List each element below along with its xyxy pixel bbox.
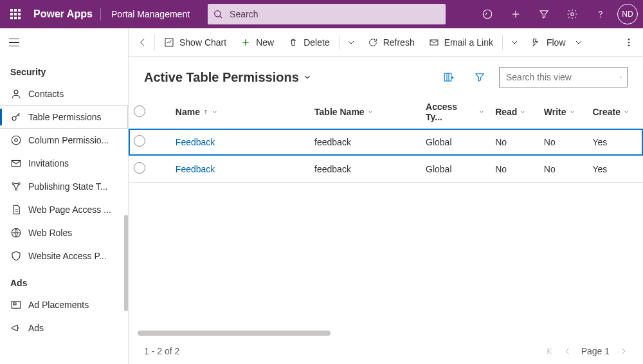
view-title-text: Active Table Permissions <box>144 70 299 85</box>
svg-point-5 <box>571 13 574 16</box>
data-grid: Name Table Name Access Ty... Read Write … <box>129 95 643 328</box>
user-avatar[interactable]: ND <box>617 4 638 24</box>
sidebar-group-title: Ads <box>0 268 128 293</box>
cell-table: feedback <box>309 156 421 183</box>
sidebar-item-website-access-p-[interactable]: Website Access P... <box>0 244 128 268</box>
filter-button[interactable] <box>530 0 558 28</box>
refresh-button[interactable]: Refresh <box>361 30 421 55</box>
global-search-input[interactable] <box>228 8 440 20</box>
cell-name[interactable]: Feedback <box>170 156 309 183</box>
search-icon <box>213 9 223 19</box>
chevron-down-icon <box>520 109 526 115</box>
col-create[interactable]: Create <box>587 95 643 129</box>
view-search[interactable] <box>499 67 628 87</box>
row-select[interactable] <box>129 129 170 156</box>
sidebar-item-column-permissio-[interactable]: Column Permissio... <box>0 129 128 152</box>
back-button[interactable] <box>134 30 152 55</box>
col-write[interactable]: Write <box>539 95 588 129</box>
table-row[interactable]: FeedbackfeedbackGlobalNoNoYes <box>129 156 643 183</box>
cell-create: Yes <box>587 129 643 156</box>
settings-button[interactable] <box>558 0 586 28</box>
delete-button[interactable]: Delete <box>282 30 336 55</box>
sidebar-item-web-roles[interactable]: Web Roles <box>0 221 128 244</box>
sidebar: SecurityContactsTable PermissionsColumn … <box>0 28 129 364</box>
assistant-button[interactable] <box>473 0 502 28</box>
cell-create: Yes <box>587 156 643 183</box>
brand-name[interactable]: Power Apps <box>31 8 100 20</box>
sidebar-scrollbar[interactable] <box>124 215 128 311</box>
main-area: SecurityContactsTable PermissionsColumn … <box>0 28 643 364</box>
view-header: Active Table Permissions <box>129 57 643 95</box>
edit-columns-button[interactable] <box>437 66 460 89</box>
email-split[interactable] <box>505 30 523 55</box>
overflow-button[interactable] <box>620 30 638 55</box>
delete-split[interactable] <box>342 30 360 55</box>
select-all-header[interactable] <box>129 95 170 129</box>
view-filter-button[interactable] <box>468 66 491 89</box>
waffle-icon <box>10 9 21 19</box>
app-name[interactable]: Portal Management <box>101 9 200 19</box>
svg-point-23 <box>628 42 629 43</box>
svg-point-12 <box>12 183 14 185</box>
flow-button[interactable]: Flow <box>525 30 590 55</box>
cell-name[interactable]: Feedback <box>170 129 309 156</box>
sidebar-item-contacts[interactable]: Contacts <box>0 82 128 105</box>
view-selector[interactable]: Active Table Permissions <box>144 70 312 85</box>
chevron-down-icon <box>212 109 218 115</box>
svg-point-10 <box>12 136 21 145</box>
help-button[interactable] <box>586 0 615 28</box>
svg-rect-21 <box>430 40 438 45</box>
sidebar-item-ad-placements[interactable]: Ad Placements <box>0 293 128 316</box>
next-page-button[interactable] <box>619 347 628 356</box>
chevron-down-icon <box>478 109 485 115</box>
new-button[interactable]: New <box>234 30 280 55</box>
col-read[interactable]: Read <box>490 95 539 129</box>
table-row[interactable]: FeedbackfeedbackGlobalNoNoYes <box>129 129 643 156</box>
sidebar-item-invitations[interactable]: Invitations <box>0 152 128 175</box>
content-area: Show Chart New Delete Refresh Email a Li… <box>129 28 643 364</box>
sidebar-item-publishing-state-t-[interactable]: Publishing State T... <box>0 175 128 198</box>
sidebar-item-table-permissions[interactable]: Table Permissions <box>0 105 128 129</box>
sidebar-item-web-page-access-[interactable]: Web Page Access ... <box>0 198 128 221</box>
circle-icon <box>134 135 145 147</box>
svg-point-14 <box>15 188 17 190</box>
sidebar-item-ads[interactable]: Ads <box>0 316 128 340</box>
add-button[interactable] <box>502 0 530 28</box>
svg-rect-17 <box>14 303 17 305</box>
svg-rect-11 <box>12 161 21 167</box>
svg-point-0 <box>215 11 221 17</box>
cell-access: Global <box>421 156 490 183</box>
row-count: 1 - 2 of 2 <box>144 346 179 356</box>
col-table-name[interactable]: Table Name <box>309 95 421 129</box>
svg-line-1 <box>220 16 222 18</box>
view-search-input[interactable] <box>505 71 620 83</box>
show-chart-button[interactable]: Show Chart <box>158 30 233 55</box>
global-search[interactable] <box>208 4 446 24</box>
chevron-down-icon <box>346 37 356 48</box>
sidebar-toggle[interactable] <box>0 28 128 57</box>
email-link-button[interactable]: Email a Link <box>422 30 500 55</box>
grid-h-scrollbar[interactable] <box>138 331 634 336</box>
chevron-down-icon <box>569 109 575 115</box>
sidebar-item-label: Invitations <box>28 158 69 168</box>
prev-page-button[interactable] <box>563 347 572 356</box>
col-name[interactable]: Name <box>170 95 309 129</box>
search-icon <box>620 72 622 82</box>
first-page-button[interactable] <box>545 347 554 356</box>
sidebar-item-label: Ads <box>28 323 44 333</box>
col-access-type[interactable]: Access Ty... <box>421 95 490 129</box>
svg-rect-25 <box>444 73 451 81</box>
row-select[interactable] <box>129 156 170 183</box>
cell-read: No <box>490 156 539 183</box>
sidebar-item-label: Publishing State T... <box>28 181 107 192</box>
chevron-down-icon <box>623 109 629 115</box>
circle-icon <box>134 105 145 117</box>
svg-point-7 <box>14 90 18 94</box>
hamburger-icon <box>9 39 19 47</box>
svg-point-24 <box>628 44 629 46</box>
waffle-button[interactable] <box>0 9 31 19</box>
cell-write: No <box>539 156 588 183</box>
cell-write: No <box>539 129 588 156</box>
circle-icon <box>134 162 145 174</box>
sidebar-item-label: Website Access P... <box>28 251 107 261</box>
